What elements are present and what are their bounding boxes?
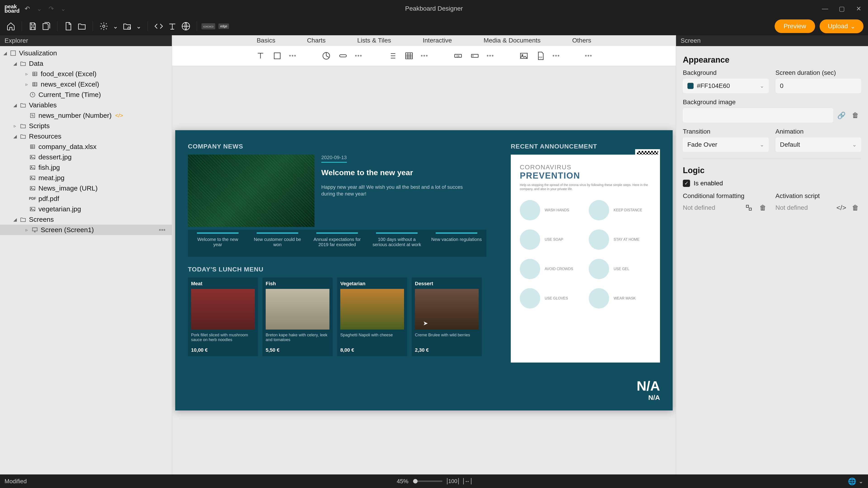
undo-icon[interactable]: ↶ — [23, 4, 32, 13]
tree-resource-item[interactable]: company_data.xlsx — [0, 141, 172, 152]
more-icon[interactable]: ••• — [421, 52, 428, 59]
doc-item: USE GLOVES — [520, 288, 582, 308]
background-picker[interactable]: #FF104E60 ⌄ — [683, 79, 769, 93]
more-icon[interactable]: ••• — [159, 226, 169, 233]
language-icon[interactable]: 🌐 — [848, 477, 856, 485]
zoom-100-button[interactable]: 100 — [447, 478, 459, 484]
caret-icon[interactable]: ▹ — [24, 71, 29, 77]
news-image — [188, 155, 314, 227]
tree-resource-item[interactable]: dessert.jpg — [0, 152, 172, 162]
pdf-tool-icon[interactable]: PDF — [536, 51, 546, 61]
preview-button[interactable]: Preview — [775, 20, 815, 33]
image-tool-icon[interactable] — [519, 51, 529, 61]
edit-icon[interactable] — [743, 202, 755, 214]
delete-icon[interactable]: 🗑 — [849, 109, 861, 121]
text-icon[interactable] — [166, 20, 179, 33]
caret-icon[interactable]: ◢ — [13, 134, 17, 139]
tree-screens[interactable]: ◢ Screens — [0, 214, 172, 225]
caret-icon[interactable]: ◢ — [3, 51, 7, 56]
gauge-icon[interactable] — [338, 51, 348, 61]
list-icon[interactable] — [387, 51, 397, 61]
undo-dropdown-icon[interactable]: ⌄ — [35, 4, 44, 13]
more-icon[interactable]: ••• — [552, 52, 560, 59]
tree-data-item[interactable]: ▹ news_excel (Excel) — [0, 79, 172, 90]
link-icon[interactable]: 🔗 — [835, 109, 847, 121]
caret-icon[interactable]: ▹ — [13, 123, 17, 129]
settings-dropdown-icon[interactable]: ⌄ — [111, 22, 120, 31]
input-icon[interactable] — [470, 51, 480, 61]
caret-icon[interactable]: ◢ — [13, 217, 17, 222]
tree-variable-item[interactable]: news_number (Number) </> — [0, 110, 172, 121]
ribbon-tab-basics[interactable]: Basics — [257, 37, 275, 44]
tree-label: Screen (Screen1) — [41, 226, 94, 234]
canvas-viewport[interactable]: COMPANY NEWS 2020-09-13 Welcome to the n… — [172, 66, 676, 475]
toolbar-badge-1[interactable]: ▭▭▭ — [202, 23, 215, 29]
tree-resources[interactable]: ◢ Resources — [0, 131, 172, 141]
text-tool-icon[interactable] — [255, 51, 266, 61]
maximize-button[interactable]: ▢ — [837, 5, 847, 12]
settings-icon[interactable] — [97, 20, 110, 33]
doc-item: AVOID CROWDS — [520, 259, 582, 279]
tree-visualization[interactable]: ◢ Visualization — [0, 48, 172, 58]
script-icon[interactable]: </> — [835, 202, 847, 214]
chevron-down-icon[interactable]: ⌄ — [859, 478, 864, 485]
ribbon-tab-others[interactable]: Others — [572, 37, 591, 44]
globe-icon[interactable] — [180, 20, 192, 33]
code-icon[interactable] — [152, 20, 165, 33]
ribbon-tab-interactive[interactable]: Interactive — [423, 37, 452, 44]
more-icon[interactable]: ••• — [289, 52, 297, 59]
more-icon[interactable]: ••• — [585, 52, 592, 59]
save-all-icon[interactable] — [40, 20, 53, 33]
tree-resource-item[interactable]: News_image (URL) — [0, 183, 172, 193]
ribbon-tab-media[interactable]: Media & Documents — [484, 37, 540, 44]
open-folder-icon[interactable] — [75, 20, 88, 33]
close-button[interactable]: ✕ — [854, 5, 864, 12]
file-icon — [29, 143, 36, 150]
caret-icon[interactable]: ◢ — [13, 102, 17, 108]
tree-data[interactable]: ◢ Data — [0, 58, 172, 69]
tree-data-item[interactable]: Current_Time (Time) — [0, 90, 172, 100]
tree-screen-item[interactable]: ▹ Screen (Screen1) ••• — [0, 225, 172, 235]
ribbon-tab-charts[interactable]: Charts — [307, 37, 326, 44]
tree-variables[interactable]: ◢ Variables — [0, 100, 172, 110]
upload-button[interactable]: Upload⌄ — [819, 20, 864, 33]
minimize-button[interactable]: — — [820, 5, 830, 12]
folder-settings-dropdown-icon[interactable]: ⌄ — [134, 22, 143, 31]
zoom-thumb[interactable] — [413, 479, 417, 484]
caret-icon[interactable]: ▹ — [24, 82, 29, 87]
screen-preview[interactable]: COMPANY NEWS 2020-09-13 Welcome to the n… — [175, 130, 673, 411]
tree-resource-item[interactable]: meat.jpg — [0, 173, 172, 183]
folder-settings-icon[interactable] — [121, 20, 133, 33]
delete-icon[interactable]: 🗑 — [757, 202, 769, 214]
rectangle-tool-icon[interactable] — [272, 51, 282, 61]
redo-dropdown-icon[interactable]: ⌄ — [59, 4, 68, 13]
duration-input[interactable]: 0 — [776, 79, 862, 93]
toolbar-badge-2[interactable]: edge — [218, 24, 229, 29]
more-icon[interactable]: ••• — [355, 52, 362, 59]
new-file-icon[interactable] — [62, 20, 74, 33]
save-icon[interactable] — [27, 20, 39, 33]
tree-resource-item[interactable]: vegetarian.jpg — [0, 204, 172, 214]
tree-scripts[interactable]: ▹ Scripts — [0, 121, 172, 131]
table-icon[interactable] — [404, 51, 414, 61]
pie-chart-icon[interactable] — [321, 51, 331, 61]
lunch-title: TODAY'S LUNCH MENU — [188, 266, 482, 273]
bg-image-input[interactable] — [683, 108, 833, 123]
enabled-checkbox[interactable]: ✓ — [683, 180, 690, 187]
ribbon-tab-lists[interactable]: Lists & Tiles — [357, 37, 391, 44]
home-icon[interactable] — [4, 20, 17, 33]
caret-icon[interactable]: ▹ — [24, 227, 29, 233]
more-icon[interactable]: ••• — [487, 52, 494, 59]
tree-resource-item[interactable]: fish.jpg — [0, 162, 172, 173]
transition-select[interactable]: Fade Over ⌄ — [683, 137, 769, 152]
animation-select[interactable]: Default ⌄ — [776, 137, 862, 152]
tree-label: vegetarian.jpg — [38, 205, 81, 213]
caret-icon[interactable]: ◢ — [13, 61, 17, 66]
redo-icon[interactable]: ↷ — [47, 4, 56, 13]
tree-data-item[interactable]: ▹ food_excel (Excel) — [0, 69, 172, 79]
zoom-slider[interactable] — [413, 481, 442, 482]
tree-resource-item[interactable]: PDFpdf.pdf — [0, 193, 172, 204]
zoom-fit-button[interactable]: ↔ — [463, 478, 471, 484]
delete-icon[interactable]: 🗑 — [849, 202, 861, 214]
button-icon[interactable]: OK — [453, 51, 463, 61]
